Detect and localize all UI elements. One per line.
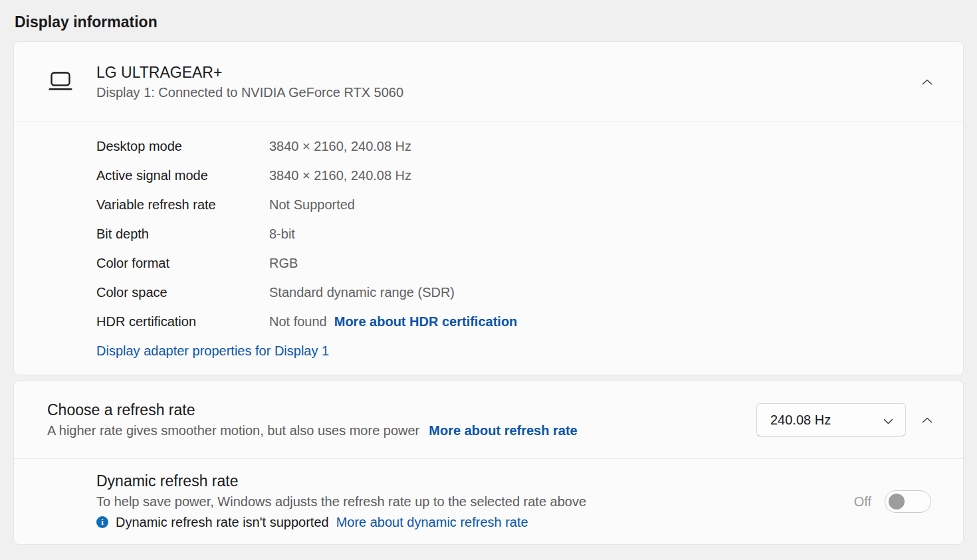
detail-value: Not Supported: [269, 197, 355, 213]
more-about-dynamic-refresh-rate-link[interactable]: More about dynamic refresh rate: [336, 515, 528, 530]
advanced-display-page: Display information LG ULTRAGEAR+ Displa…: [0, 0, 977, 545]
refresh-collapse-chevron-up-icon[interactable]: [915, 411, 939, 430]
display-name: LG ULTRAGEAR+: [96, 63, 403, 82]
refresh-rate-description: A higher rate gives smoother motion, but…: [47, 422, 419, 439]
detail-row-hdr-certification: HDR certification Not found More about H…: [96, 307, 936, 336]
detail-value: Standard dynamic range (SDR): [269, 285, 455, 300]
refresh-rate-dropdown[interactable]: 240.08 Hz: [756, 403, 906, 436]
display-card-header[interactable]: LG ULTRAGEAR+ Display 1: Connected to NV…: [14, 42, 963, 122]
detail-row-color-space: Color space Standard dynamic range (SDR): [96, 278, 936, 307]
dynamic-refresh-rate-toggle[interactable]: [885, 490, 931, 513]
detail-label: Color format: [96, 256, 269, 271]
detail-row-bit-depth: Bit depth 8-bit: [96, 219, 936, 248]
detail-row-color-format: Color format RGB: [96, 248, 936, 278]
refresh-rate-header: Choose a refresh rate A higher rate give…: [14, 381, 963, 458]
detail-label: HDR certification: [96, 314, 269, 329]
dynamic-refresh-rate-title: Dynamic refresh rate: [96, 471, 586, 491]
detail-row-desktop-mode: Desktop mode 3840 × 2160, 240.08 Hz: [96, 132, 936, 161]
adapter-properties-row: Display adapter properties for Display 1: [96, 336, 936, 365]
detail-value: 3840 × 2160, 240.08 Hz: [269, 168, 411, 183]
page-title: Display information: [15, 12, 964, 32]
toggle-off-label: Off: [854, 494, 871, 510]
info-icon: i: [96, 516, 108, 528]
dynamic-refresh-rate-description: To help save power, Windows adjusts the …: [96, 492, 586, 512]
refresh-rate-dropdown-value: 240.08 Hz: [770, 413, 831, 428]
refresh-rate-title: Choose a refresh rate: [47, 401, 578, 419]
dynamic-refresh-rate-status: Dynamic refresh rate isn't supported: [116, 515, 329, 530]
display-subtitle: Display 1: Connected to NVIDIA GeForce R…: [96, 84, 403, 100]
detail-value: Not found: [269, 314, 327, 329]
detail-label: Active signal mode: [96, 168, 269, 183]
detail-row-variable-refresh-rate: Variable refresh rate Not Supported: [96, 190, 936, 219]
chevron-down-icon: [883, 413, 893, 428]
detail-value: 8-bit: [269, 227, 295, 242]
detail-label: Variable refresh rate: [96, 197, 269, 213]
more-about-hdr-certification-link[interactable]: More about HDR certification: [334, 314, 518, 329]
detail-value: 3840 × 2160, 240.08 Hz: [269, 139, 411, 154]
refresh-rate-card: Choose a refresh rate A higher rate give…: [13, 381, 964, 545]
detail-label: Color space: [96, 285, 269, 300]
detail-label: Bit depth: [96, 227, 269, 242]
detail-label: Desktop mode: [96, 139, 269, 154]
toggle-knob: [889, 494, 905, 510]
dynamic-refresh-rate-section: Dynamic refresh rate To help save power,…: [14, 459, 963, 544]
more-about-refresh-rate-link[interactable]: More about refresh rate: [429, 423, 577, 438]
display-info-card: LG ULTRAGEAR+ Display 1: Connected to NV…: [13, 41, 964, 375]
monitor-icon: [49, 70, 72, 93]
display-collapse-chevron-up-icon[interactable]: [915, 72, 939, 92]
detail-row-active-signal-mode: Active signal mode 3840 × 2160, 240.08 H…: [96, 161, 936, 190]
detail-value: RGB: [269, 256, 298, 271]
display-details: Desktop mode 3840 × 2160, 240.08 Hz Acti…: [14, 122, 963, 375]
display-adapter-properties-link[interactable]: Display adapter properties for Display 1: [96, 343, 329, 359]
